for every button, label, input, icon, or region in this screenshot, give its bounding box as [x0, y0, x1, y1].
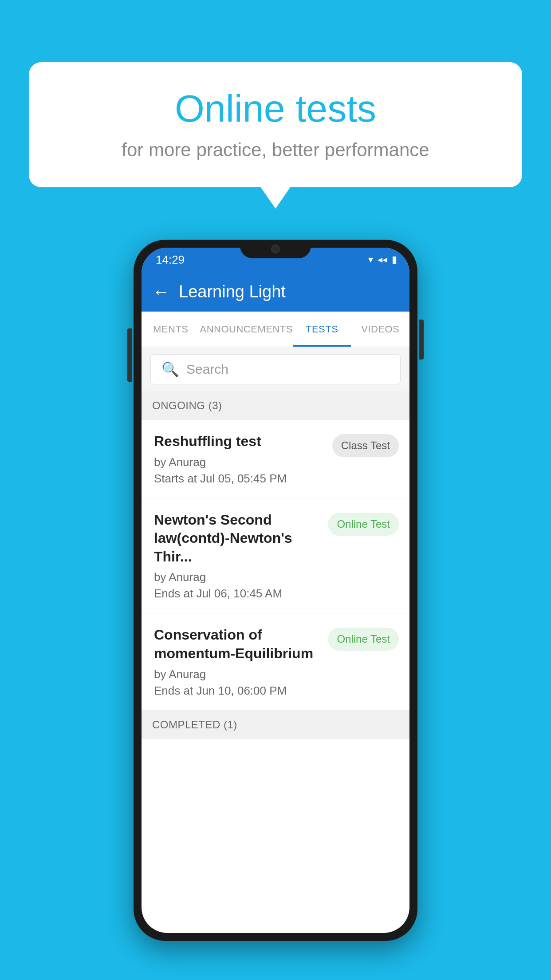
search-container: 🔍 Search	[142, 347, 409, 391]
tab-tests[interactable]: TESTS	[293, 312, 351, 347]
test-name-2: Newton's Second law(contd)-Newton's Thir…	[154, 511, 321, 566]
wifi-icon: ▾	[368, 254, 373, 265]
phone-outer: 14:29 ▾ ◂◂ ▮ ← Learning Light MENTS ANNO…	[134, 240, 417, 941]
status-time: 14:29	[156, 253, 185, 267]
status-icons: ▾ ◂◂ ▮	[368, 254, 397, 265]
test-info-newtons: Newton's Second law(contd)-Newton's Thir…	[154, 511, 321, 601]
phone-notch	[240, 240, 311, 258]
test-author-1: by Anurag	[154, 455, 325, 469]
phone-mockup: 14:29 ▾ ◂◂ ▮ ← Learning Light MENTS ANNO…	[134, 240, 417, 941]
battery-icon: ▮	[392, 254, 397, 265]
test-item-newtons[interactable]: Newton's Second law(contd)-Newton's Thir…	[142, 498, 409, 614]
phone-screen: 14:29 ▾ ◂◂ ▮ ← Learning Light MENTS ANNO…	[142, 248, 409, 933]
tab-videos[interactable]: VIDEOS	[351, 312, 409, 347]
section-title-ongoing: ONGOING (3)	[152, 399, 222, 411]
app-title: Learning Light	[179, 282, 286, 301]
back-button[interactable]: ←	[152, 282, 170, 302]
test-item-reshuffling[interactable]: Reshuffling test by Anurag Starts at Jul…	[142, 420, 409, 498]
search-icon: 🔍	[161, 361, 179, 378]
test-info-conservation: Conservation of momentum-Equilibrium by …	[154, 626, 321, 697]
app-bar: ← Learning Light	[142, 272, 409, 312]
test-author-3: by Anurag	[154, 668, 321, 681]
speech-bubble-container: Online tests for more practice, better p…	[29, 62, 522, 187]
test-time-3: Ends at Jun 10, 06:00 PM	[154, 684, 321, 698]
search-bar[interactable]: 🔍 Search	[150, 354, 401, 384]
section-completed: COMPLETED (1)	[142, 711, 409, 739]
test-name-1: Reshuffling test	[154, 432, 325, 451]
test-item-conservation[interactable]: Conservation of momentum-Equilibrium by …	[142, 613, 409, 710]
speech-bubble: Online tests for more practice, better p…	[29, 62, 522, 187]
camera-dot	[271, 245, 280, 253]
test-author-2: by Anurag	[154, 570, 321, 584]
badge-online-test-2: Online Test	[328, 628, 399, 651]
tab-announcements[interactable]: ANNOUNCEMENTS	[200, 312, 293, 347]
bubble-title: Online tests	[55, 87, 496, 130]
badge-online-test-1: Online Test	[328, 513, 399, 536]
section-title-completed: COMPLETED (1)	[152, 719, 237, 731]
section-ongoing: ONGOING (3)	[142, 391, 409, 420]
signal-icon: ◂◂	[378, 254, 387, 265]
test-name-3: Conservation of momentum-Equilibrium	[154, 626, 321, 663]
tabs-bar: MENTS ANNOUNCEMENTS TESTS VIDEOS	[142, 312, 409, 347]
search-placeholder: Search	[186, 362, 228, 377]
test-time-1: Starts at Jul 05, 05:45 PM	[154, 472, 325, 486]
badge-class-test: Class Test	[332, 434, 399, 457]
tab-ments[interactable]: MENTS	[142, 312, 200, 347]
test-info-reshuffling: Reshuffling test by Anurag Starts at Jul…	[154, 432, 325, 486]
test-time-2: Ends at Jul 06, 10:45 AM	[154, 587, 321, 601]
bubble-subtitle: for more practice, better performance	[55, 139, 496, 161]
